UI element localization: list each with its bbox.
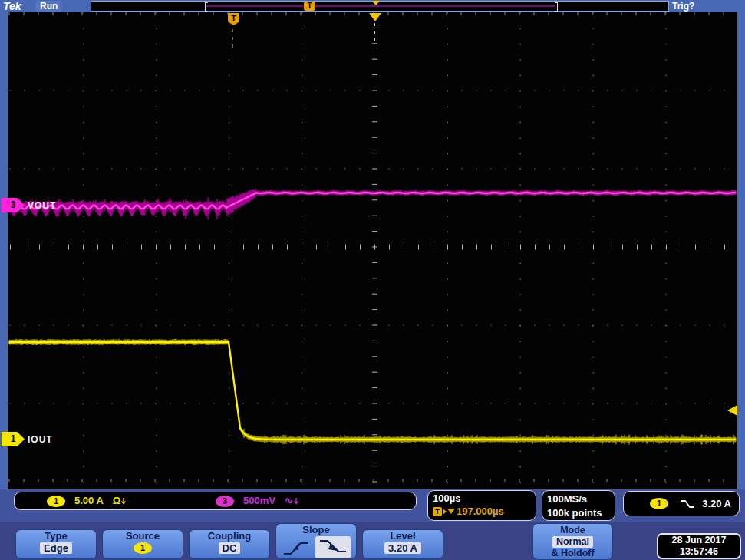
sample-rate: 100MS/s	[547, 492, 610, 506]
falling-slope-icon	[679, 499, 696, 509]
date-value: 28 Jun 2017	[658, 535, 740, 546]
menu-source-badge: 1	[134, 542, 152, 554]
menu-type-label: Type	[16, 530, 96, 542]
trigger-delay-readout: T197.000µs	[433, 506, 531, 517]
trigger-readout-box[interactable]: 1 3.20 A	[623, 491, 740, 516]
trigger-level-value: 3.20 A	[702, 498, 731, 509]
ac-coupling-icon: ∿	[285, 495, 293, 506]
trigger-t-icon: T	[433, 507, 442, 516]
timebase-scale: 100µs	[433, 492, 531, 504]
vout-trace-label: VOUT	[28, 200, 56, 211]
time-value: 13:57:46	[658, 546, 740, 558]
menu-mode-value2: & Holdoff	[533, 548, 612, 559]
record-waveform-preview	[206, 5, 555, 7]
tek-logo: Tek	[3, 0, 21, 12]
menu-level-label: Level	[363, 530, 443, 542]
menu-coupling-button[interactable]: Coupling DC	[189, 529, 270, 559]
datetime-display: 28 Jun 2017 13:57:46	[657, 533, 741, 559]
menu-level-button[interactable]: Level 3.20 A	[362, 529, 443, 559]
delay-value: 197.000µs	[457, 506, 504, 517]
horizontal-readout-box[interactable]: 100µs T197.000µs	[427, 490, 536, 521]
arrow-right-icon	[443, 509, 447, 515]
falling-slope-selected	[315, 536, 351, 558]
menu-slope-button[interactable]: Slope	[275, 523, 357, 559]
falling-slope-icon	[318, 537, 348, 555]
acquisition-readout-box[interactable]: 100MS/s 100k points	[542, 490, 615, 521]
channel1-badge: 1	[47, 496, 65, 507]
soft-menu-bar: Type Edge Source 1 Coupling DC Slope	[0, 522, 745, 560]
delay-marker-icon	[447, 509, 455, 514]
waveform-plot	[8, 12, 737, 489]
graticule-display: T 3 VOUT 1 IOUT	[8, 12, 737, 489]
expansion-point-icon	[372, 1, 380, 5]
record-length: 100k points	[547, 506, 610, 520]
window-left-bracket-icon	[205, 2, 208, 12]
menu-mode-label: Mode	[533, 525, 612, 536]
menu-type-value: Edge	[40, 542, 72, 554]
menu-mode-button[interactable]: Mode Normal & Holdoff	[532, 523, 613, 560]
acquisition-status: Run	[35, 1, 62, 12]
channel3-readout: 3500mV∿	[216, 495, 299, 507]
readout-bar: 15.00 AΩ 3500mV∿ 100µs T197.000µs 100MS/…	[0, 489, 745, 522]
record-trigger-position-icon[interactable]: T	[304, 2, 315, 11]
channel3-scale: 500mV	[243, 495, 275, 506]
channel-readouts-box[interactable]: 15.00 AΩ 3500mV∿	[14, 492, 417, 510]
menu-coupling-value: DC	[219, 542, 241, 554]
menu-source-button[interactable]: Source 1	[102, 529, 183, 559]
top-status-bar: Tek Run T Trig?	[0, 0, 745, 12]
channel1-scale: 5.00 A	[74, 495, 104, 506]
trigger-source-badge: 1	[650, 498, 668, 509]
menu-source-label: Source	[103, 530, 183, 542]
rising-slope-icon	[282, 539, 311, 557]
right-border	[737, 12, 745, 489]
record-view-bar: T	[91, 1, 669, 12]
menu-type-button[interactable]: Type Edge	[15, 529, 97, 559]
menu-level-value: 3.20 A	[384, 542, 421, 554]
bandwidth-limit-icon	[120, 497, 127, 506]
left-border	[0, 12, 8, 489]
menu-coupling-label: Coupling	[190, 530, 269, 542]
expansion-reference-icon	[369, 13, 381, 21]
window-right-bracket-icon	[555, 2, 558, 12]
menu-mode-value: Normal	[552, 536, 593, 548]
menu-slope-label: Slope	[276, 524, 356, 535]
oscilloscope-screen: Tek Run T Trig? T 3 VOUT 1 IOUT 15.00 AΩ	[0, 0, 745, 560]
trigger-status-label: Trig?	[672, 1, 694, 12]
trigger-level-arrow-icon[interactable]	[727, 405, 737, 416]
channel3-badge: 3	[216, 496, 234, 507]
channel1-readout: 15.00 AΩ	[47, 495, 127, 507]
channel1-impedance-icon: Ω	[113, 495, 120, 506]
iout-trace-label: IOUT	[28, 434, 53, 445]
bandwidth-limit-icon	[293, 497, 299, 506]
